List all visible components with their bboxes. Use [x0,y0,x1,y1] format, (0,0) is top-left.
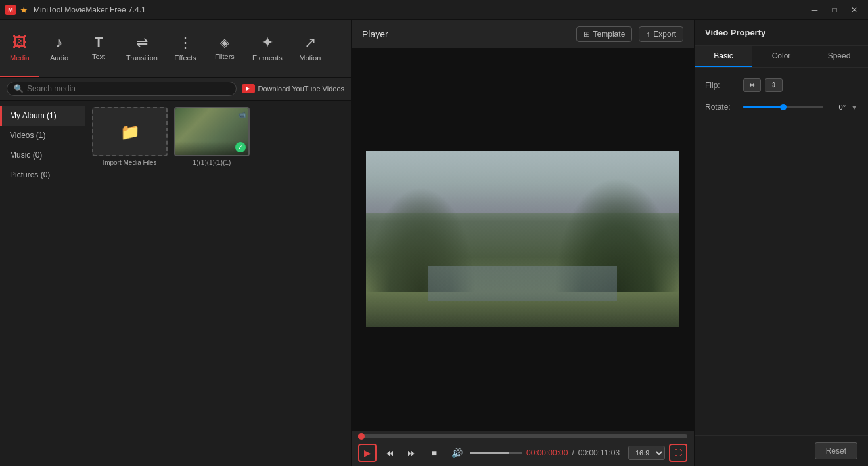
player-area: Player ⊞ Template ↑ Export [352,20,694,466]
app-icon: M [5,5,16,15]
sidebar-item-my-album[interactable]: My Album (1) [0,106,85,126]
play-button[interactable]: ▶ [358,444,377,462]
audio-label: Audio [50,54,68,62]
export-icon: ↑ [646,30,650,39]
player-title: Player [362,29,388,39]
volume-slider[interactable] [470,452,522,454]
template-label: Template [593,30,626,39]
rotate-label: Rotate: [705,103,738,112]
tab-speed[interactable]: Speed [810,46,868,67]
filters-label: Filters [215,53,235,60]
app-title: MiniTool MovieMaker Free 7.4.1 [34,5,806,14]
time-current: 00:00:00:00 [526,448,568,457]
skip-back-button[interactable]: ⏮ [380,444,399,462]
import-media-item[interactable]: 📁 Import Media Files [92,107,168,166]
toolbar-motion[interactable]: ↗ Motion [290,20,330,77]
right-panel: Video Property Basic Color Speed Flip: ⇔… [694,20,868,466]
rotate-controls: 0° [743,103,846,111]
template-button[interactable]: ⊞ Template [576,26,633,42]
video-file-icon: 📹 [238,111,246,118]
title-bar: M ★ MiniTool MovieMaker Free 7.4.1 ─ □ ✕ [0,0,868,20]
text-icon: T [95,35,103,50]
player-controls: ▶ ⏮ ⏭ ■ 🔊 00:00:00:00 / 00:00:11:03 16:9… [352,430,694,466]
progress-thumb [358,433,365,440]
stop-button[interactable]: ■ [425,444,444,462]
folder-icon: 📁 [120,123,140,141]
media-panel: 🔍 Download YouTube Videos My Album (1) V… [0,78,351,466]
search-box[interactable]: 🔍 [7,82,237,96]
toolbar-media[interactable]: 🖼 Media [0,20,39,77]
toolbar-filters[interactable]: ◈ Filters [205,20,244,77]
youtube-icon [242,84,255,93]
video-label: 1)(1)(1)(1)(1) [193,159,231,166]
volume-button[interactable]: 🔊 [447,444,466,462]
fullscreen-button[interactable]: ⛶ [669,444,687,462]
flip-vertical-button[interactable]: ⇕ [765,78,783,92]
prop-footer: Reset [695,435,868,466]
toolbar-transition[interactable]: ⇌ Transition [118,20,166,77]
rotate-value: 0° [827,103,846,111]
rotate-slider[interactable] [743,106,823,108]
elements-icon: ✦ [262,34,273,51]
toolbar: 🖼 Media ♪ Audio T Text ⇌ Transition ⋮ Ef… [0,20,351,78]
transition-label: Transition [126,54,158,62]
flip-horizontal-button[interactable]: ⇔ [743,78,761,92]
prop-title: Video Property [705,28,857,37]
prop-header: Video Property [695,20,868,46]
sidebar-item-pictures[interactable]: Pictures (0) [0,165,85,185]
toolbar-text[interactable]: T Text [79,20,118,77]
motion-label: Motion [299,54,321,62]
volume-fill [470,452,509,454]
search-input[interactable] [27,84,229,93]
video-thumb[interactable]: 📹 ✓ [174,107,250,156]
transition-icon: ⇌ [136,34,148,51]
media-search-bar: 🔍 Download YouTube Videos [0,78,351,101]
motion-icon: ↗ [304,34,316,51]
rotate-thumb [780,104,787,110]
import-thumb[interactable]: 📁 [92,107,168,156]
template-icon: ⊞ [583,30,590,39]
sidebar: My Album (1) Videos (1) Music (0) Pictur… [0,101,85,466]
effects-icon: ⋮ [178,34,193,51]
skip-forward-button[interactable]: ⏭ [403,444,421,462]
player-actions: ⊞ Template ↑ Export [576,26,683,42]
import-label: Import Media Files [103,159,156,166]
check-badge: ✓ [235,142,246,152]
time-separator: / [572,448,574,457]
video-media-item[interactable]: 📹 ✓ 1)(1)(1)(1)(1) [174,107,250,166]
maximize-button[interactable]: □ [826,3,843,16]
time-total: 00:00:11:03 [578,448,620,457]
media-label: Media [10,54,30,62]
toolbar-elements[interactable]: ✦ Elements [244,20,290,77]
progress-bar[interactable] [358,434,687,438]
tab-basic[interactable]: Basic [695,46,752,67]
prop-content: Flip: ⇔ ⇕ Rotate: 0° ▼ [695,68,868,435]
content-area: My Album (1) Videos (1) Music (0) Pictur… [0,101,351,466]
flip-label: Flip: [705,81,738,90]
search-icon: 🔍 [14,84,24,93]
rotate-row: Rotate: 0° ▼ [705,103,857,112]
download-yt-label: Download YouTube Videos [258,85,345,93]
controls-row: ▶ ⏮ ⏭ ■ 🔊 00:00:00:00 / 00:00:11:03 16:9… [358,444,687,462]
reset-button[interactable]: Reset [815,442,857,459]
toolbar-audio[interactable]: ♪ Audio [39,20,79,77]
toolbar-effects[interactable]: ⋮ Effects [166,20,205,77]
export-label: Export [653,30,676,39]
minimize-button[interactable]: ─ [806,3,823,16]
download-yt-button[interactable]: Download YouTube Videos [242,84,345,93]
aspect-ratio-select[interactable]: 16:9 9:16 1:1 4:3 21:9 [628,446,665,460]
filters-icon: ◈ [220,35,229,50]
elements-label: Elements [252,54,283,62]
window-controls: ─ □ ✕ [806,3,863,16]
sidebar-item-videos[interactable]: Videos (1) [0,126,85,145]
export-button[interactable]: ↑ Export [639,26,683,42]
sidebar-item-music[interactable]: Music (0) [0,145,85,165]
video-scene [366,151,679,327]
scene-overlay [366,151,679,327]
flip-row: Flip: ⇔ ⇕ [705,78,857,92]
media-grid: 📁 Import Media Files 📹 ✓ 1)(1)(1)(1)(1) [85,101,351,466]
tab-color[interactable]: Color [752,46,810,67]
close-button[interactable]: ✕ [846,3,863,16]
player-header: Player ⊞ Template ↑ Export [352,20,694,49]
expand-arrow-icon[interactable]: ▼ [851,104,857,111]
